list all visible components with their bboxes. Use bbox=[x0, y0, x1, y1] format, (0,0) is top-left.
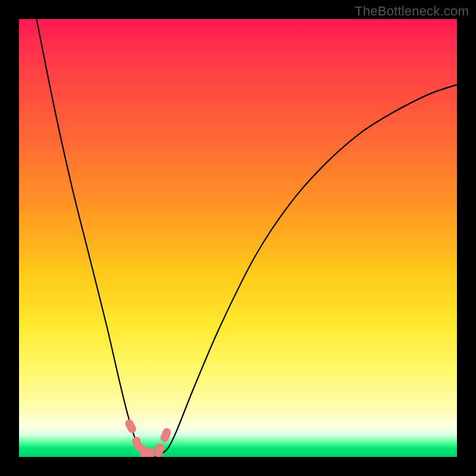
bottleneck-curve bbox=[36, 19, 457, 457]
watermark-text: TheBottleneck.com bbox=[355, 4, 469, 19]
curve-marker bbox=[159, 427, 173, 443]
chart-root: TheBottleneck.com bbox=[0, 0, 476, 476]
curve-marker bbox=[146, 447, 155, 457]
curve-marker bbox=[124, 418, 137, 435]
curve-marker bbox=[154, 443, 165, 457]
plot-area bbox=[19, 19, 457, 457]
curve-layer bbox=[19, 19, 457, 457]
